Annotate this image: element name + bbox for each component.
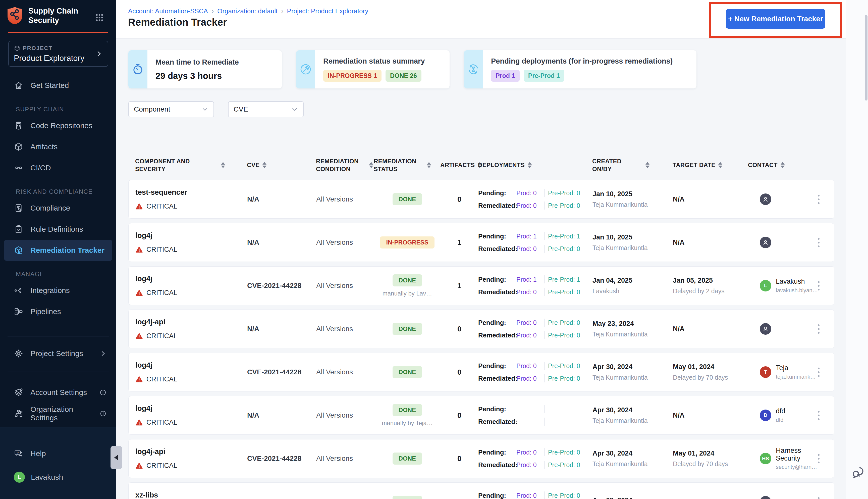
row-menu-button[interactable] [811,324,826,334]
pending-preprod-value[interactable]: Pre-Prod: 1 [548,276,580,283]
sidebar-item-integrations[interactable]: Integrations [0,280,116,301]
pending-preprod-value[interactable]: Pre-Prod: 0 [548,449,580,456]
divider [544,405,545,413]
pending-preprod-value[interactable]: Pre-Prod: 1 [548,233,580,240]
column-header-contact[interactable]: CONTACT [748,161,811,169]
row-menu-button[interactable] [811,281,826,291]
sidebar-item-account-settings[interactable]: Account Settings [0,382,116,403]
pending-prod-value[interactable]: Prod: 0 [516,190,541,197]
component-filter-dropdown[interactable]: Component [128,101,214,117]
remediated-prod-value[interactable]: Prod: 0 [516,461,541,468]
column-header-remediation-status[interactable]: REMEDIATION STATUS [374,157,440,173]
sidebar-item-rule-definitions[interactable]: Rule Definitions [0,219,116,240]
pending-preprod-value[interactable]: Pre-Prod: 0 [548,319,580,326]
sidebar-item-ci-cd[interactable]: CI/CD [0,157,116,179]
remediated-prod-value[interactable]: Prod: 0 [516,375,541,382]
row-menu-button[interactable] [811,454,826,463]
sidebar-item-code-repositories[interactable]: Code Repositories [0,115,116,136]
sidebar-item-compliance[interactable]: Compliance [0,197,116,219]
divider [544,374,545,382]
component-name: log4j [135,361,247,369]
remediated-preprod-value[interactable]: Pre-Prod: 0 [548,461,580,468]
remediated-preprod-value[interactable]: Pre-Prod: 0 [548,202,580,209]
sidebar-item-pipelines[interactable]: Pipelines [0,301,116,322]
sort-icon[interactable] [221,162,225,168]
remediated-prod-value[interactable]: Prod: 0 [516,202,541,209]
sidebar-item-get-started[interactable]: Get Started [0,75,116,96]
target-date-cell: May 01, 2024 Delayed by 70 days [673,363,748,381]
status-summary-card: Remediation status summary IN-PROGRESS 1… [296,50,449,88]
breadcrumb-account-link[interactable]: Account: Automation-SSCA [128,7,208,15]
remediated-preprod-value[interactable]: Pre-Prod: 0 [548,375,580,382]
sidebar-item-artifacts[interactable]: Artifacts [0,136,116,157]
column-header-target-date[interactable]: TARGET DATE [673,161,748,169]
severity-label: CRITICAL [146,332,177,340]
column-header-deployments[interactable]: DEPLOYMENTS [478,161,592,169]
wrench-circle-icon [296,50,315,88]
sort-icon[interactable] [369,162,373,168]
artifacts-cell: 0 [441,454,478,463]
pending-preprod-value[interactable]: Pre-Prod: 0 [548,362,580,369]
chat-bubbles-icon[interactable] [851,465,866,480]
sidebar-item-project-settings[interactable]: Project Settings [0,343,116,364]
pending-prod-value[interactable]: Prod: 0 [516,449,541,456]
sidebar-item-organization-settings[interactable]: Organization Settings [0,403,116,424]
row-menu-button[interactable] [811,195,826,204]
row-menu-button[interactable] [811,368,826,377]
component-cell: log4j CRITICAL [135,361,247,383]
sidebar-item-remediation-tracker[interactable]: Remediation Tracker [4,240,112,261]
user-name: Lavakush [31,473,63,482]
table-row[interactable]: xz-libs DONE Pending: Prod: 0 Pre-Prod [128,483,834,499]
sort-icon[interactable] [645,162,649,168]
pending-prod-value[interactable]: Prod: 0 [516,362,541,369]
table-row[interactable]: log4j CRITICAL CVE-2021-44228 All Versio… [128,353,834,391]
sort-icon[interactable] [262,162,266,168]
column-header-remediation-condition[interactable]: REMEDIATION CONDITION [316,157,374,173]
cve-filter-dropdown[interactable]: CVE [228,101,303,117]
breadcrumb-project-link[interactable]: Project: Product Exploratory [287,7,369,15]
user-menu[interactable]: L Lavakush [0,466,116,488]
severity: CRITICAL [135,203,247,210]
table-row[interactable]: test-sequencer CRITICAL N/A All Versions… [128,180,834,219]
sort-icon[interactable] [528,162,532,168]
project-selector[interactable]: PROJECT Product Exploratory [8,41,108,67]
sort-icon[interactable] [781,162,785,168]
remediated-prod-value[interactable]: Prod: 0 [516,245,541,253]
column-header-created-on-by[interactable]: CREATED ON/BY [592,157,673,173]
created-date: May 23, 2024 [593,320,673,328]
remediated-preprod-value[interactable]: Pre-Prod: 0 [548,332,580,339]
table-row[interactable]: log4j CRITICAL N/A All Versions IN-PROGR… [128,223,834,262]
scrollbar[interactable] [865,15,868,100]
pending-preprod-value[interactable]: Pre-Prod: 0 [548,492,580,499]
pending-prod-value[interactable]: Prod: 1 [516,276,541,283]
remediated-preprod-value[interactable]: Pre-Prod: 0 [548,245,580,253]
remediated-preprod-value[interactable]: Pre-Prod: 0 [548,289,580,296]
sort-icon[interactable] [427,162,431,168]
column-header-component-and-severity[interactable]: COMPONENT AND SEVERITY [135,157,247,173]
remediated-prod-value[interactable]: Prod: 0 [516,332,541,339]
table-row[interactable]: log4j-api CRITICAL CVE-2021-44228 All Ve… [128,439,834,478]
column-header-cve[interactable]: CVE [247,161,316,169]
remediated-label: Remediated: [478,375,516,382]
pending-prod-value[interactable]: Prod: 0 [516,492,541,499]
cve-cell: CVE-2021-44228 [247,454,316,463]
pending-prod-value[interactable]: Prod: 1 [516,233,541,240]
component-name: log4j-api [135,448,247,456]
module-grid-icon[interactable] [95,13,104,22]
sidebar-collapse-handle[interactable] [111,446,122,469]
sort-icon[interactable] [718,162,722,168]
row-menu-button[interactable] [811,411,826,420]
contact-name: dfd [776,407,785,415]
row-menu-button[interactable] [811,497,826,499]
column-header-artifacts[interactable]: ARTIFACTS [440,161,478,169]
table-row[interactable]: log4j CRITICAL CVE-2021-44228 All Versio… [128,266,834,305]
row-menu-button[interactable] [811,238,826,247]
table-row[interactable]: log4j-api CRITICAL N/A All Versions DONE… [128,309,834,348]
breadcrumb-org-link[interactable]: Organization: default [217,7,277,15]
pending-prod-value[interactable]: Prod: 0 [516,319,541,326]
remediated-prod-value[interactable]: Prod: 0 [516,289,541,296]
component-name: log4j [135,404,247,413]
pending-preprod-value[interactable]: Pre-Prod: 0 [548,190,580,197]
table-row[interactable]: log4j CRITICAL N/A All Versions DONE man… [128,396,834,435]
sidebar-item-help[interactable]: ? Help [0,443,116,464]
